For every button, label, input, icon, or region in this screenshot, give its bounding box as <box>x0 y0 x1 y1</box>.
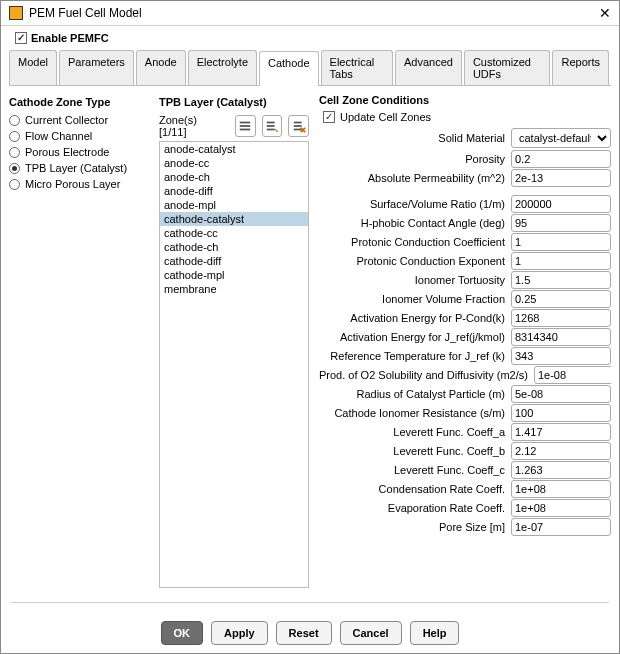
param-label: Ionomer Tortuosity <box>319 274 511 286</box>
param-input[interactable] <box>511 347 611 365</box>
param-row: Surface/Volume Ratio (1/m) <box>319 195 611 213</box>
tab-customized-udfs[interactable]: Customized UDFs <box>464 50 551 85</box>
cell-zone-title: Cell Zone Conditions <box>319 94 611 106</box>
radio-label: Current Collector <box>25 114 108 126</box>
zone-item[interactable]: cathode-diff <box>160 254 308 268</box>
param-input[interactable] <box>511 423 611 441</box>
zone-item[interactable]: cathode-ch <box>160 240 308 254</box>
zone-type-radio[interactable]: Flow Channel <box>9 130 153 142</box>
param-label: Prod. of O2 Solubility and Diffusivity (… <box>319 369 534 381</box>
cancel-button[interactable]: Cancel <box>340 621 402 645</box>
param-row: Prod. of O2 Solubility and Diffusivity (… <box>319 366 611 384</box>
tab-electrical-tabs[interactable]: Electrical Tabs <box>321 50 393 85</box>
svg-rect-3 <box>267 122 275 124</box>
select-match-icon[interactable] <box>262 115 283 137</box>
svg-rect-2 <box>240 129 251 131</box>
zone-item[interactable]: cathode-mpl <box>160 268 308 282</box>
zone-type-radio[interactable]: Porous Electrode <box>9 146 153 158</box>
zone-type-radio[interactable]: Micro Porous Layer <box>9 178 153 190</box>
solid-material-row: Solid Material catalyst-default <box>319 128 611 148</box>
tab-parameters[interactable]: Parameters <box>59 50 134 85</box>
zone-item[interactable]: cathode-cc <box>160 226 308 240</box>
param-input[interactable] <box>511 233 611 251</box>
param-row: Radius of Catalyst Particle (m) <box>319 385 611 403</box>
svg-rect-5 <box>267 129 275 131</box>
param-input[interactable] <box>534 366 611 384</box>
tab-advanced[interactable]: Advanced <box>395 50 462 85</box>
layer-title: TPB Layer (Catalyst) <box>159 96 309 108</box>
tab-reports[interactable]: Reports <box>552 50 609 85</box>
param-row: Ionomer Volume Fraction <box>319 290 611 308</box>
zone-type-radio[interactable]: Current Collector <box>9 114 153 126</box>
zone-item[interactable]: anode-diff <box>160 184 308 198</box>
radio-label: Flow Channel <box>25 130 92 142</box>
param-row: Leverett Func. Coeff_c <box>319 461 611 479</box>
param-label: Condensation Rate Coeff. <box>319 483 511 495</box>
param-label: Activation Energy for P-Cond(k) <box>319 312 511 324</box>
param-input[interactable] <box>511 518 611 536</box>
param-row: Protonic Conduction Coefficient <box>319 233 611 251</box>
solid-material-select[interactable]: catalyst-default <box>511 128 611 148</box>
param-input[interactable] <box>511 404 611 422</box>
param-label: Cathode Ionomer Resistance (s/m) <box>319 407 511 419</box>
param-row: Leverett Func. Coeff_a <box>319 423 611 441</box>
zone-item[interactable]: cathode-catalyst <box>160 212 308 226</box>
close-icon[interactable]: ✕ <box>599 5 611 21</box>
param-input[interactable] <box>511 309 611 327</box>
update-cell-zones-checkbox[interactable]: Update Cell Zones <box>323 111 611 123</box>
tab-anode[interactable]: Anode <box>136 50 186 85</box>
param-row: Protonic Conduction Exponent <box>319 252 611 270</box>
zone-item[interactable]: anode-mpl <box>160 198 308 212</box>
zone-item[interactable]: membrane <box>160 282 308 296</box>
param-input[interactable] <box>511 480 611 498</box>
ok-button[interactable]: OK <box>161 621 204 645</box>
enable-pemfc-checkbox[interactable]: Enable PEMFC <box>1 26 619 50</box>
svg-rect-8 <box>293 129 301 131</box>
param-input[interactable] <box>511 252 611 270</box>
param-input[interactable] <box>511 271 611 289</box>
cell-zone-panel: Cell Zone Conditions Update Cell Zones S… <box>309 94 611 588</box>
deselect-icon[interactable] <box>288 115 309 137</box>
param-label: Evaporation Rate Coeff. <box>319 502 511 514</box>
svg-rect-4 <box>267 125 275 127</box>
radio-label: Micro Porous Layer <box>25 178 120 190</box>
param-label: H-phobic Contact Angle (deg) <box>319 217 511 229</box>
zone-item[interactable]: anode-catalyst <box>160 142 308 156</box>
zone-list[interactable]: anode-catalystanode-ccanode-chanode-diff… <box>159 141 309 588</box>
param-row: Evaporation Rate Coeff. <box>319 499 611 517</box>
svg-rect-6 <box>293 122 301 124</box>
tab-cathode[interactable]: Cathode <box>259 51 319 86</box>
param-input[interactable] <box>511 169 611 187</box>
tab-electrolyte[interactable]: Electrolyte <box>188 50 257 85</box>
apply-button[interactable]: Apply <box>211 621 268 645</box>
svg-rect-1 <box>240 125 251 127</box>
param-row: Cathode Ionomer Resistance (s/m) <box>319 404 611 422</box>
param-input[interactable] <box>511 214 611 232</box>
param-input[interactable] <box>511 150 611 168</box>
update-label: Update Cell Zones <box>340 111 431 123</box>
param-row: Condensation Rate Coeff. <box>319 480 611 498</box>
param-input[interactable] <box>511 461 611 479</box>
select-all-icon[interactable] <box>235 115 256 137</box>
param-row: Porosity <box>319 150 611 168</box>
app-icon <box>9 6 23 20</box>
param-input[interactable] <box>511 195 611 213</box>
help-button[interactable]: Help <box>410 621 460 645</box>
svg-rect-0 <box>240 122 251 124</box>
param-input[interactable] <box>511 328 611 346</box>
zone-item[interactable]: anode-cc <box>160 156 308 170</box>
param-input[interactable] <box>511 499 611 517</box>
param-input[interactable] <box>511 385 611 403</box>
zone-type-radio[interactable]: TPB Layer (Catalyst) <box>9 162 153 174</box>
param-row: Absolute Permeability (m^2) <box>319 169 611 187</box>
zone-item[interactable]: anode-ch <box>160 170 308 184</box>
window-title: PEM Fuel Cell Model <box>29 6 599 20</box>
radio-icon <box>9 179 20 190</box>
param-input[interactable] <box>511 290 611 308</box>
param-input[interactable] <box>511 442 611 460</box>
tab-model[interactable]: Model <box>9 50 57 85</box>
reset-button[interactable]: Reset <box>276 621 332 645</box>
dialog-buttons: OK Apply Reset Cancel Help <box>1 621 619 645</box>
radio-icon <box>9 147 20 158</box>
param-row: Ionomer Tortuosity <box>319 271 611 289</box>
